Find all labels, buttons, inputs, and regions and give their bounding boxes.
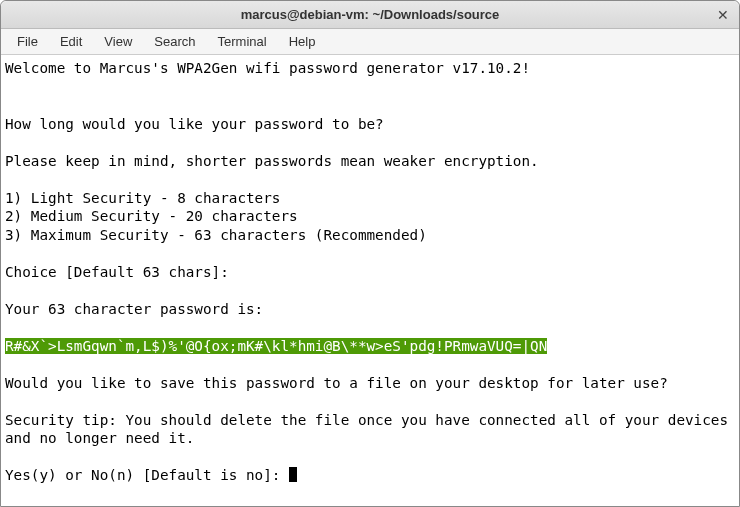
warning-line: Please keep in mind, shorter passwords m… <box>5 153 539 169</box>
window-title: marcus@debian-vm: ~/Downloads/source <box>241 7 500 22</box>
result-label: Your 63 character password is: <box>5 301 263 317</box>
generated-password: R#&X`>LsmGqwn`m,L$)%'@O{ox;mK#\kl*hmi@B\… <box>5 338 547 354</box>
menu-search[interactable]: Search <box>144 31 205 52</box>
menu-bar: File Edit View Search Terminal Help <box>1 29 739 55</box>
cursor-icon <box>289 467 297 482</box>
menu-help[interactable]: Help <box>279 31 326 52</box>
close-icon[interactable]: ✕ <box>715 7 731 23</box>
option-3: 3) Maximum Security - 63 characters (Rec… <box>5 227 427 243</box>
terminal-output[interactable]: Welcome to Marcus's WPA2Gen wifi passwor… <box>1 55 739 507</box>
welcome-line: Welcome to Marcus's WPA2Gen wifi passwor… <box>5 60 530 76</box>
menu-file[interactable]: File <box>7 31 48 52</box>
option-2: 2) Medium Security - 20 characters <box>5 208 298 224</box>
security-tip: Security tip: You should delete the file… <box>5 412 737 447</box>
menu-terminal[interactable]: Terminal <box>208 31 277 52</box>
prompt-length-line: How long would you like your password to… <box>5 116 384 132</box>
choice-prompt: Choice [Default 63 chars]: <box>5 264 229 280</box>
save-question: Would you like to save this password to … <box>5 375 668 391</box>
menu-view[interactable]: View <box>94 31 142 52</box>
menu-edit[interactable]: Edit <box>50 31 92 52</box>
window-titlebar: marcus@debian-vm: ~/Downloads/source ✕ <box>1 1 739 29</box>
yes-no-prompt: Yes(y) or No(n) [Default is no]: <box>5 467 289 483</box>
option-1: 1) Light Security - 8 characters <box>5 190 280 206</box>
